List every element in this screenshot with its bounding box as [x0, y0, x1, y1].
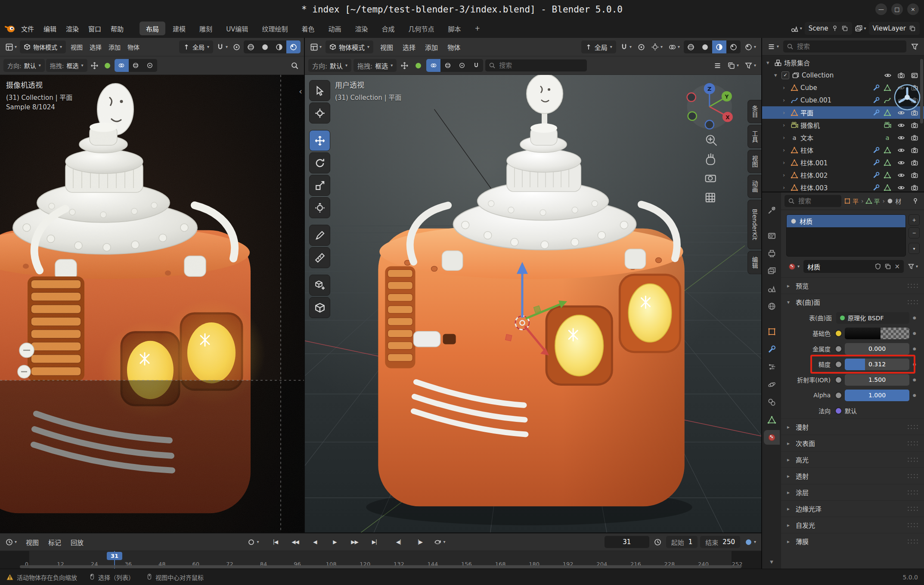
- tool-extra-mesh[interactable]: [309, 297, 330, 318]
- collection-checkbox[interactable]: ✓: [781, 71, 789, 79]
- tool-measure[interactable]: [309, 247, 330, 268]
- proportional-edit-toggle[interactable]: [231, 41, 242, 53]
- timeline-editor[interactable]: ▾ 视图标记回放 ▾ |◀ ◀◀ ◀ ▶ ▶▶ ▶| ◀| |: [0, 532, 761, 569]
- floating-nav-widget[interactable]: [893, 83, 921, 111]
- rendered-3d-scene[interactable]: [0, 75, 304, 532]
- color-socket-icon[interactable]: [835, 330, 842, 337]
- frame-end-field[interactable]: 结束250: [700, 536, 740, 548]
- object-data-icon[interactable]: [884, 84, 891, 92]
- workspace-tab[interactable]: 雕刻: [193, 22, 219, 35]
- transform-orientation-selector[interactable]: 全局▾: [581, 40, 616, 53]
- panel-section-header[interactable]: ▸ 漫射: [781, 418, 924, 435]
- tool-select-box[interactable]: [309, 80, 330, 101]
- modifier-wrench-icon[interactable]: [872, 121, 880, 129]
- jump-to-end-button[interactable]: ▶|: [365, 536, 384, 548]
- overlay-toggle-2[interactable]: [440, 59, 455, 72]
- minimize-button[interactable]: —: [875, 3, 887, 15]
- panel-section-header[interactable]: ▸ 边缘光泽: [781, 500, 924, 517]
- sidebar-tab[interactable]: 动画: [747, 175, 761, 198]
- orientation-dropdown[interactable]: 方向:默认▾: [308, 59, 351, 72]
- outliner-scene-collection[interactable]: ▾ 场景集合: [762, 56, 924, 69]
- viewport-menu[interactable]: 选择: [86, 40, 105, 53]
- tabs-scroll-arrow[interactable]: ▾: [770, 558, 773, 566]
- drag-grip[interactable]: [907, 473, 919, 479]
- blender-logo-icon[interactable]: [4, 23, 16, 34]
- material-specials-button[interactable]: ▾: [908, 243, 920, 254]
- close-button[interactable]: ×: [907, 3, 919, 15]
- surface-shader-button[interactable]: 原理化 BSDF: [836, 312, 909, 324]
- sidebar-tab[interactable]: BlenderKit: [747, 200, 761, 249]
- sidebar-tab[interactable]: 条目: [747, 100, 761, 123]
- shading-material-button[interactable]: [712, 40, 726, 53]
- viewport-menu[interactable]: 视图: [375, 40, 398, 53]
- tool-annotate[interactable]: [309, 225, 330, 246]
- auto-keyframe-button[interactable]: ▾: [245, 536, 260, 548]
- value-socket-icon[interactable]: [835, 376, 842, 384]
- workspace-tab[interactable]: 合成: [375, 22, 401, 35]
- render-preview-dropdown[interactable]: ▾: [743, 41, 758, 53]
- disable-render-icon[interactable]: [911, 159, 918, 167]
- keying-set-clock-button[interactable]: [652, 536, 664, 548]
- step-forward-button[interactable]: |▶: [410, 536, 429, 548]
- object-data-icon[interactable]: [884, 146, 891, 154]
- workspace-tab[interactable]: 布局: [140, 22, 165, 35]
- collections-visibility-icon[interactable]: [712, 60, 723, 71]
- disable-render-icon[interactable]: [911, 146, 918, 154]
- overlay-toggle-2[interactable]: [129, 59, 143, 72]
- search-icon[interactable]: [289, 60, 301, 71]
- region-collapse-arrow[interactable]: ‹: [299, 86, 302, 96]
- tab-render[interactable]: [764, 228, 780, 243]
- frame-start-field[interactable]: 起始1: [666, 536, 698, 548]
- normal-input[interactable]: 默认: [845, 405, 909, 417]
- editor-type-button[interactable]: ▾: [308, 41, 323, 53]
- tool-scale[interactable]: [309, 175, 330, 196]
- filter-icon[interactable]: ▾: [743, 60, 758, 71]
- disable-render-icon[interactable]: [911, 184, 918, 192]
- overlay-toggle-3[interactable]: [143, 59, 157, 72]
- overlays-toggle[interactable]: ▾: [667, 41, 682, 53]
- modifier-wrench-icon[interactable]: [872, 171, 880, 179]
- move-overlay-icon[interactable]: [89, 60, 100, 71]
- tool-cursor[interactable]: [309, 102, 330, 124]
- filter-icon[interactable]: [909, 41, 921, 53]
- window-titlebar[interactable]: * index [~/temp/test-blender-3/index.ble…: [0, 0, 924, 19]
- surface-panel-header[interactable]: ▾ 表(曲)面: [781, 294, 924, 310]
- object-data-icon[interactable]: [884, 109, 891, 117]
- viewport-menu[interactable]: 物体: [443, 40, 465, 53]
- editor-type-button[interactable]: ▾: [766, 41, 781, 53]
- material-slot[interactable]: 材质: [787, 215, 905, 227]
- drag-grip[interactable]: [907, 299, 919, 305]
- workspace-tab[interactable]: 动画: [322, 22, 347, 35]
- outliner-item[interactable]: › 柱体.001: [762, 156, 924, 169]
- tool-add-cube[interactable]: [309, 275, 330, 296]
- hide-viewport-icon[interactable]: [897, 159, 905, 167]
- outliner-search-input[interactable]: [796, 42, 903, 51]
- scene-selector[interactable]: Scene: [805, 22, 852, 35]
- drag-mode-dropdown[interactable]: 拖拽:框选▾: [353, 59, 397, 72]
- browse-view-layer-button[interactable]: ▾: [853, 23, 868, 34]
- outliner-collection[interactable]: ▾ ✓ Collection: [762, 69, 924, 81]
- unlink-material-icon[interactable]: ×: [894, 263, 900, 270]
- value-socket-icon[interactable]: [835, 345, 842, 353]
- sidebar-tab[interactable]: 视图: [747, 150, 761, 173]
- topbar-menu[interactable]: 帮助: [106, 22, 128, 35]
- vector-socket-icon[interactable]: [835, 407, 842, 415]
- viewport-menu[interactable]: 选择: [398, 40, 420, 53]
- snap-toggle[interactable]: ▾: [214, 41, 229, 53]
- jump-to-start-button[interactable]: |◀: [266, 536, 285, 548]
- annotation-list-icon[interactable]: ▾: [726, 60, 741, 71]
- alpha-slider[interactable]: 1.000: [845, 390, 909, 401]
- drag-grip[interactable]: [907, 283, 919, 288]
- timeline-scrollbar[interactable]: [20, 565, 741, 568]
- hide-viewport-icon[interactable]: [897, 146, 905, 154]
- value-socket-icon[interactable]: [835, 392, 842, 399]
- value-socket-icon[interactable]: [835, 361, 842, 368]
- workspace-tab[interactable]: 几何节点: [402, 22, 440, 35]
- maximize-button[interactable]: □: [891, 3, 903, 15]
- browse-material-button[interactable]: ▾: [786, 261, 801, 272]
- fake-user-shield-icon[interactable]: [874, 263, 881, 270]
- playback-loop-button[interactable]: ▾: [432, 536, 447, 548]
- disable-render-icon[interactable]: [911, 121, 918, 129]
- pin-id-icon[interactable]: [910, 196, 921, 206]
- modifier-wrench-icon[interactable]: [872, 184, 880, 192]
